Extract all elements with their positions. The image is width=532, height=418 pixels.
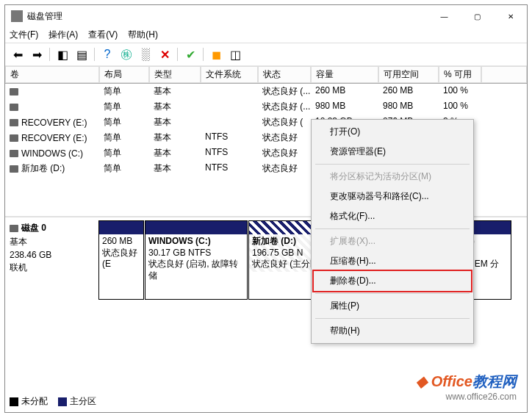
list-icon[interactable]: ◫ [227,46,243,62]
back-icon[interactable]: ⬅ [10,46,26,62]
context-menu: 打开(O) 资源管理器(E) 将分区标记为活动分区(M) 更改驱动器号和路径(C… [311,119,474,344]
legend-unalloc: 未分配 [21,396,48,406]
ctx-mark-active: 将分区标记为活动分区(M) [314,167,471,187]
disk-info[interactable]: 磁盘 0 基本 238.46 GB 联机 [5,217,99,301]
col-capacity[interactable]: 容量 [311,66,378,83]
ctx-format[interactable]: 格式化(F)... [314,206,471,226]
volume-icon [10,150,18,157]
volume-icon [10,165,18,173]
menu-bar: 文件(F) 操作(A) 查看(V) 帮助(H) [5,27,527,43]
vol-name: RECOVERY (E:) [21,133,87,143]
detail-icon[interactable]: ▤ [73,46,90,62]
vol-name: RECOVERY (E:) [21,118,87,128]
toolbar: ⬅ ➡ ◧ ▤ ? ㊑ ░ ✕ ✔ ◼ ◫ [5,43,527,66]
ctx-explorer[interactable]: 资源管理器(E) [314,142,471,162]
volume-block[interactable]: 260 MB状态良好 (E [98,220,144,300]
col-filesystem[interactable]: 文件系统 [201,66,258,83]
ctx-change-letter[interactable]: 更改驱动器号和路径(C)... [314,187,471,206]
close-button[interactable]: ✕ [494,5,527,27]
disk-icon [10,225,18,232]
vol-name: 新加卷 (D:) [21,162,65,175]
title-bar[interactable]: 磁盘管理 — ▢ ✕ [5,5,527,27]
ctx-properties[interactable]: 属性(P) [314,296,471,316]
new-icon[interactable]: ◼ [208,46,224,62]
disk-type: 基本 [10,236,95,248]
separator [203,48,204,61]
disk-state: 联机 [10,262,95,274]
separator [315,228,470,229]
layout-icon[interactable]: ◧ [54,46,71,62]
menu-view[interactable]: 查看(V) [88,29,118,41]
table-row[interactable]: 简单 基本 状态良好 (... 260 MB 260 MB 100 % [5,84,527,99]
legend-primary-swatch [58,397,67,406]
ctx-extend: 扩展卷(X)... [314,231,471,251]
legend-primary: 主分区 [70,396,96,406]
watermark: ◆ Office教程网 www.office26.com [416,372,517,402]
settings-icon[interactable]: ㊑ [118,46,134,62]
col-pct[interactable]: % 可用 [439,66,481,83]
check-icon[interactable]: ✔ [182,46,198,62]
vol-name: WINDOWS (C:) [21,148,83,159]
app-icon [11,10,23,22]
ctx-shrink[interactable]: 压缩卷(H)... [314,251,471,271]
separator [94,48,95,61]
col-status[interactable]: 状态 [258,66,311,83]
volume-icon [10,134,18,142]
disk-size: 238.46 GB [10,250,95,260]
ctx-open[interactable]: 打开(O) [314,122,471,142]
menu-help[interactable]: 帮助(H) [128,29,158,41]
separator [315,318,470,319]
col-spacer [481,66,527,83]
ctx-delete-volume[interactable]: 删除卷(D)... [314,271,471,291]
separator [177,48,178,61]
volume-icon [10,119,18,126]
legend: 未分配 主分区 [10,395,96,408]
menu-file[interactable]: 文件(F) [10,29,38,41]
disk-management-window: 磁盘管理 — ▢ ✕ 文件(F) 操作(A) 查看(V) 帮助(H) ⬅ ➡ ◧… [4,4,528,413]
col-layout[interactable]: 布局 [99,66,149,83]
maximize-button[interactable]: ▢ [461,5,494,27]
col-volume[interactable]: 卷 [5,66,99,83]
volume-block[interactable]: WINDOWS (C:)30.17 GB NTFS状态良好 (启动, 故障转储 [145,220,248,300]
table-icon[interactable]: ░ [137,46,154,62]
volume-icon [10,88,18,96]
watermark-logo-icon: ◆ [416,373,427,389]
volume-list-header: 卷 布局 类型 文件系统 状态 容量 可用空间 % 可用 [5,66,527,84]
col-type[interactable]: 类型 [149,66,201,83]
separator [315,164,470,165]
disk-name: 磁盘 0 [21,222,46,234]
window-title: 磁盘管理 [27,10,62,23]
ctx-help[interactable]: 帮助(H) [314,321,471,341]
delete-icon[interactable]: ✕ [157,46,173,62]
legend-unalloc-swatch [10,397,18,406]
minimize-button[interactable]: — [428,5,461,27]
menu-action[interactable]: 操作(A) [48,29,78,41]
forward-icon[interactable]: ➡ [29,46,45,62]
col-free[interactable]: 可用空间 [378,66,439,83]
separator [49,48,50,61]
separator [315,293,470,294]
help-icon[interactable]: ? [99,46,115,62]
table-row[interactable]: 简单 基本 状态良好 (... 980 MB 980 MB 100 % [5,99,527,115]
volume-icon [10,104,18,111]
